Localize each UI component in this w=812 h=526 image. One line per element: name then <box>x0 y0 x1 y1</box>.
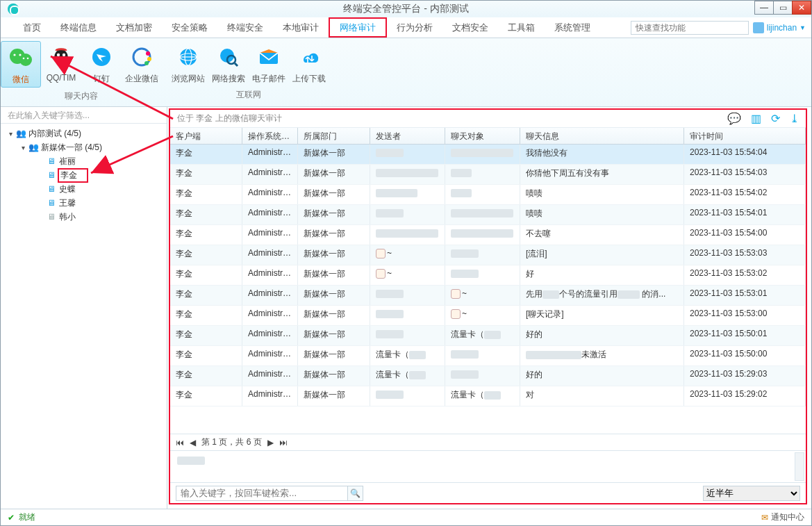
ribbon-updown[interactable]: 上传下载 <box>289 41 329 86</box>
col-osuser[interactable]: 操作系统账户 <box>242 128 298 144</box>
table-row[interactable]: 李金Administra...新媒体一部~[流泪]2023-11-03 15:5… <box>170 245 806 265</box>
tree-leaf-label: 李金 <box>58 168 88 183</box>
tree-leaf[interactable]: 🖥史蝶 <box>1 182 167 196</box>
pager-prev[interactable]: ◀ <box>190 438 196 447</box>
ribbon-browse[interactable]: 浏览网站 <box>168 41 208 86</box>
col-dept[interactable]: 所属部门 <box>298 128 370 144</box>
detail-scrollbar[interactable] <box>795 452 804 481</box>
maximize-button[interactable]: ▭ <box>773 1 793 15</box>
table-row[interactable]: 李金Administra...新媒体一部你猜他下周五有没有事2023-11-03… <box>170 165 806 185</box>
menu-terminal-security[interactable]: 终端安全 <box>217 17 273 38</box>
tree-filter-input[interactable]: 在此输入关键字筛选... <box>1 107 167 124</box>
tree-root-label: 内部测试 (4/5) <box>27 128 81 140</box>
svg-point-14 <box>147 57 151 61</box>
col-time[interactable]: 审计时间 <box>684 128 806 144</box>
window-title: 终端安全管控平台 - 内部测试 <box>1 3 811 15</box>
group-icon: 👥 <box>27 142 40 152</box>
title-bar: 终端安全管控平台 - 内部测试 — ▭ ✕ <box>1 1 811 17</box>
search-icon[interactable]: 🔍 <box>348 486 363 501</box>
svg-line-22 <box>235 63 238 66</box>
dingding-icon <box>88 44 115 70</box>
col-target[interactable]: 聊天对象 <box>445 128 520 144</box>
pager: ⏮ ◀ 第 1 页，共 6 页 ▶ ⏭ <box>170 434 806 450</box>
table-row[interactable]: 李金Administra...新媒体一部流量卡（办...未激活2023-11-0… <box>170 346 806 366</box>
menu-local-audit[interactable]: 本地审计 <box>273 17 329 38</box>
grid-header: 客户端 操作系统账户 所属部门 发送者 聊天对象 聊天信息 审计时间 <box>170 128 806 145</box>
org-tree: ▾ 👥 内部测试 (4/5) ▾ 👥 新媒体一部 (4/5) 🖥崔丽 🖥李金 🖥… <box>1 124 167 509</box>
ribbon-dingding[interactable]: 钉钉 <box>81 41 122 88</box>
ribbon-updown-label: 上传下载 <box>292 73 326 85</box>
col-sender[interactable]: 发送者 <box>370 128 445 144</box>
table-row[interactable]: 李金Administra...新媒体一部~[聊天记录]2023-11-03 15… <box>170 306 806 326</box>
wework-icon <box>129 44 155 70</box>
export-icon[interactable]: ⤓ <box>790 112 799 125</box>
ribbon-email-label: 电子邮件 <box>252 73 285 85</box>
table-row[interactable]: 李金Administra...新媒体一部流量卡（办...对2023-11-03 … <box>170 386 806 406</box>
tree-root[interactable]: ▾ 👥 内部测试 (4/5) <box>1 126 167 140</box>
col-msg[interactable]: 聊天信息 <box>520 128 684 144</box>
notify-center[interactable]: ✉ 通知中心 <box>761 511 804 523</box>
qq-icon <box>48 44 74 70</box>
tree-leaf[interactable]: 🖥王馨 <box>1 196 167 210</box>
mail-icon: ✉ <box>761 513 768 523</box>
content-pane: 位于 李金 上的微信聊天审计 💬 ▥ ⟳ ⤓ 客户端 操作系统账户 所属部门 发… <box>169 108 807 504</box>
tree-dept-label: 新媒体一部 (4/5) <box>40 142 102 154</box>
minimize-button[interactable]: — <box>754 1 774 15</box>
sidebar: 在此输入关键字筛选... ▾ 👥 内部测试 (4/5) ▾ 👥 新媒体一部 (4… <box>1 107 167 509</box>
status-bar: ✔ 就绪 ✉ 通知中心 <box>1 509 811 525</box>
table-row[interactable]: 李金Administra...新媒体一部不去噻2023-11-03 15:54:… <box>170 225 806 245</box>
table-row[interactable]: 李金Administra...新媒体一部流量卡（办...好的2023-11-03… <box>170 326 806 346</box>
detail-panel <box>170 450 806 482</box>
ribbon: 微信 QQ/TIM 钉钉 企业微信 聊天内容 <box>1 38 811 107</box>
table-row[interactable]: 李金Administra...新媒体一部~先用个号的流量引用 的消...2023… <box>170 286 806 306</box>
tree-leaf-selected[interactable]: 🖥李金 <box>1 168 167 182</box>
ribbon-wework[interactable]: 企业微信 <box>122 41 162 88</box>
menu-network-audit[interactable]: 网络审计 <box>329 17 387 38</box>
menu-doc-encrypt[interactable]: 文档加密 <box>106 17 162 38</box>
ribbon-qqtim-label: QQ/TIM <box>47 73 76 83</box>
ribbon-qqtim[interactable]: QQ/TIM <box>41 41 81 88</box>
grid-body[interactable]: 李金Administra...新媒体一部我猜他没有2023-11-03 15:5… <box>170 145 806 434</box>
user-menu[interactable]: lijinchan ▼ <box>753 22 806 33</box>
menu-behavior[interactable]: 行为分析 <box>387 17 442 38</box>
pager-next[interactable]: ▶ <box>267 438 274 447</box>
breadcrumb-text: 位于 李金 上的微信聊天审计 <box>177 113 282 124</box>
monitor-icon: 🖥 <box>45 198 58 208</box>
menu-sys-manage[interactable]: 系统管理 <box>545 17 600 38</box>
tree-dept[interactable]: ▾ 👥 新媒体一部 (4/5) <box>1 140 167 154</box>
menu-security-policy[interactable]: 安全策略 <box>162 17 217 38</box>
tree-leaf[interactable]: 🖥崔丽 <box>1 154 167 168</box>
collapse-icon[interactable]: ▾ <box>6 130 15 138</box>
menu-terminal-info[interactable]: 终端信息 <box>51 17 106 38</box>
table-row[interactable]: 李金Administra...新媒体一部流量卡（办...好的2023-11-03… <box>170 366 806 386</box>
table-row[interactable]: 李金Administra...新媒体一部啧啧2023-11-03 15:54:0… <box>170 185 806 205</box>
time-range-select[interactable]: 近半年 <box>703 486 800 501</box>
column-icon[interactable]: ▥ <box>751 112 761 125</box>
refresh-icon[interactable]: ⟳ <box>771 112 780 125</box>
ribbon-wework-label: 企业微信 <box>125 73 158 85</box>
table-row[interactable]: 李金Administra...新媒体一部~好2023-11-03 15:53:0… <box>170 265 806 286</box>
pager-first[interactable]: ⏮ <box>176 438 184 447</box>
menu-home[interactable]: 首页 <box>13 17 51 38</box>
menu-toolbox[interactable]: 工具箱 <box>498 17 545 38</box>
pager-text: 第 1 页，共 6 页 <box>201 436 262 448</box>
collapse-icon[interactable]: ▾ <box>19 144 27 151</box>
ribbon-wechat[interactable]: 微信 <box>1 41 41 88</box>
check-icon: ✔ <box>8 513 15 523</box>
chat-bubble-icon[interactable]: 💬 <box>727 112 741 125</box>
svg-point-1 <box>19 54 32 66</box>
col-client[interactable]: 客户端 <box>170 128 242 144</box>
monitor-icon: 🖥 <box>45 212 58 222</box>
keyword-search-input[interactable] <box>176 486 348 501</box>
menu-doc-security[interactable]: 文档安全 <box>442 17 498 38</box>
table-row[interactable]: 李金Administra...新媒体一部啧啧2023-11-03 15:54:0… <box>170 205 806 225</box>
close-button[interactable]: ✕ <box>792 1 811 15</box>
pager-last[interactable]: ⏭ <box>279 438 288 447</box>
chevron-down-icon: ▼ <box>799 24 806 31</box>
cloud-updown-icon <box>296 44 322 70</box>
tree-leaf[interactable]: 🖥韩小 <box>1 210 167 224</box>
quick-search-input[interactable] <box>631 21 749 35</box>
ribbon-websearch[interactable]: 网络搜索 <box>208 41 249 86</box>
ribbon-email[interactable]: 电子邮件 <box>249 41 289 86</box>
table-row[interactable]: 李金Administra...新媒体一部我猜他没有2023-11-03 15:5… <box>170 145 806 165</box>
